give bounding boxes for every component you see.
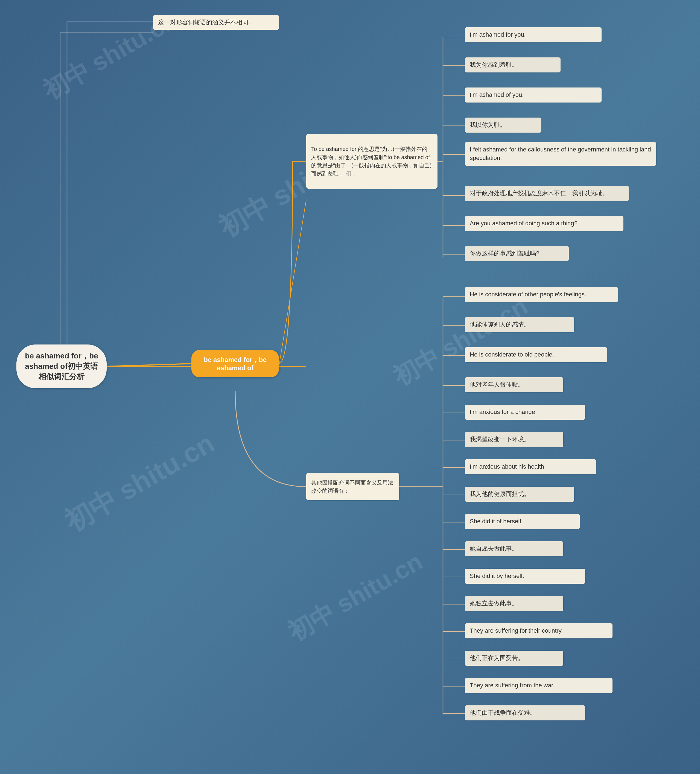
- leaf-other-3-label: He is considerate to old people.: [470, 351, 554, 359]
- leaf-other-5-label: I'm anxious for a change.: [470, 408, 537, 417]
- leaf-other-8-label: 我为他的健康而担忧。: [470, 490, 530, 498]
- level2-others-node: 其他因搭配介词不同而含义及用法改变的词语有：: [306, 473, 399, 500]
- leaf-other-2-label: 他能体谅别人的感情。: [470, 321, 530, 329]
- svg-line-4: [279, 200, 306, 366]
- level1-ashamed-node: be ashamed for，be ashamed of: [191, 350, 279, 377]
- leaf-other-13-label: They are suffering for their country.: [470, 627, 563, 635]
- top-note-label: 这一对形容词短语的涵义并不相同。: [158, 18, 254, 26]
- lines-svg: [0, 0, 700, 774]
- leaf-ashamed-1: I'm ashamed for you.: [465, 27, 602, 42]
- leaf-other-15: They are suffering from the war.: [465, 678, 612, 693]
- leaf-ashamed-4-label: 我以你为耻。: [470, 121, 506, 129]
- leaf-other-14: 他们正在为国受苦。: [465, 651, 563, 666]
- watermark-layer: 初中 shitu.cn 初中 shitu.cn 初中 shitu.cn 初中 s…: [0, 0, 700, 774]
- leaf-ashamed-7: Are you ashamed of doing such a thing?: [465, 216, 624, 231]
- leaf-other-10: 她自愿去做此事。: [465, 541, 563, 556]
- leaf-other-6: 我渴望改变一下环境。: [465, 432, 563, 447]
- leaf-other-8: 我为他的健康而担忧。: [465, 487, 574, 502]
- explain-node: To be ashamed for 的意思是"为…(一般指外在的人或事物，如他人…: [306, 134, 437, 189]
- leaf-ashamed-6: 对于政府处理地产投机态度麻木不仁，我引以为耻。: [465, 186, 629, 201]
- leaf-other-16: 他们由于战争而在受难。: [465, 705, 585, 720]
- leaf-ashamed-1-label: I'm ashamed for you.: [470, 31, 526, 39]
- leaf-other-14-label: 他们正在为国受苦。: [470, 654, 524, 662]
- leaf-ashamed-3-label: I'm ashamed of you.: [470, 91, 524, 99]
- leaf-other-4: 他对老年人很体贴。: [465, 377, 563, 392]
- level2-others-label: 其他因搭配介词不同而含义及用法改变的词语有：: [311, 478, 394, 495]
- root-node: be ashamed for，be ashamed of初中英语相似词汇分析: [17, 344, 107, 388]
- leaf-other-9: She did it of herself.: [465, 514, 580, 529]
- top-note-node: 这一对形容词短语的涵义并不相同。: [153, 15, 279, 30]
- leaf-other-7-label: I'm anxious about his health.: [470, 463, 546, 471]
- leaf-ashamed-6-label: 对于政府处理地产投机态度麻木不仁，我引以为耻。: [470, 189, 608, 198]
- leaf-ashamed-8: 你做这样的事感到羞耻吗?: [465, 246, 569, 261]
- leaf-ashamed-7-label: Are you ashamed of doing such a thing?: [470, 219, 578, 228]
- leaf-other-1-label: He is considerate of other people's feel…: [470, 290, 586, 299]
- level1-ashamed-label: be ashamed for，be ashamed of: [198, 356, 272, 372]
- connector-svg: [0, 0, 700, 774]
- leaf-other-15-label: They are suffering from the war.: [470, 681, 554, 690]
- leaf-other-2: 他能体谅别人的感情。: [465, 317, 574, 332]
- leaf-other-4-label: 他对老年人很体贴。: [470, 380, 524, 389]
- leaf-other-9-label: She did it of herself.: [470, 517, 523, 526]
- leaf-other-11-label: She did it by herself.: [470, 572, 524, 580]
- leaf-other-13: They are suffering for their country.: [465, 624, 612, 638]
- watermark: 初中 shitu.cn: [58, 425, 221, 541]
- leaf-ashamed-5-label: I felt ashamed for the callousness of th…: [470, 146, 651, 162]
- leaf-ashamed-5: I felt ashamed for the callousness of th…: [465, 142, 656, 166]
- leaf-other-3: He is considerate to old people.: [465, 347, 607, 362]
- leaf-other-7: I'm anxious about his health.: [465, 459, 596, 475]
- leaf-other-5: I'm anxious for a change.: [465, 405, 585, 420]
- mindmap-container: 初中 shitu.cn 初中 shitu.cn 初中 shitu.cn 初中 s…: [0, 0, 700, 774]
- leaf-other-11: She did it by herself.: [465, 569, 585, 584]
- leaf-ashamed-3: I'm ashamed of you.: [465, 88, 602, 103]
- explain-label: To be ashamed for 的意思是"为…(一般指外在的人或事物，如他人…: [311, 145, 433, 178]
- leaf-other-6-label: 我渴望改变一下环境。: [470, 435, 530, 444]
- leaf-ashamed-8-label: 你做这样的事感到羞耻吗?: [470, 249, 539, 258]
- svg-line-7: [107, 364, 191, 366]
- watermark: 初中 shitu.cn: [281, 545, 429, 649]
- leaf-other-10-label: 她自愿去做此事。: [470, 545, 518, 553]
- leaf-other-12: 她独立去做此事。: [465, 596, 563, 611]
- root-label: be ashamed for，be ashamed of初中英语相似词汇分析: [22, 351, 101, 382]
- leaf-ashamed-2: 我为你感到羞耻。: [465, 58, 561, 73]
- leaf-other-1: He is considerate of other people's feel…: [465, 287, 618, 302]
- leaf-other-16-label: 他们由于战争而在受难。: [470, 709, 536, 717]
- leaf-ashamed-4: 我以你为耻。: [465, 117, 541, 132]
- leaf-other-12-label: 她独立去做此事。: [470, 599, 518, 608]
- leaf-ashamed-2-label: 我为你感到羞耻。: [470, 61, 518, 69]
